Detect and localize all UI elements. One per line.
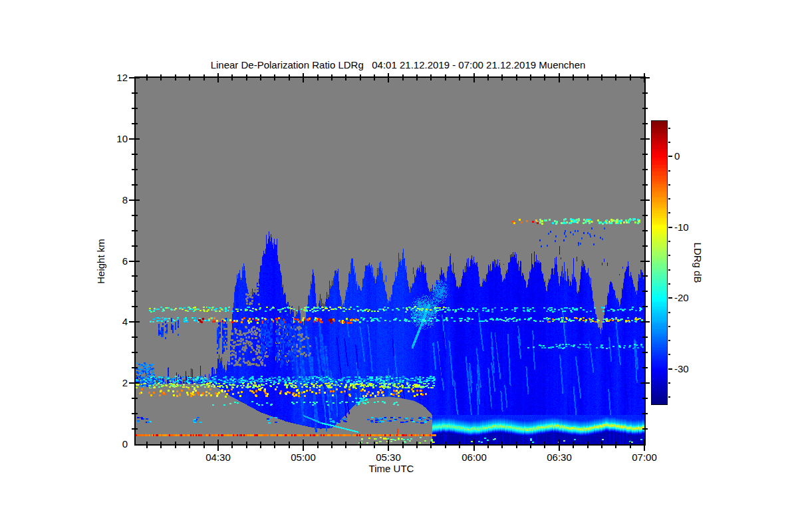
x-tick-label: 04:30 bbox=[195, 452, 241, 464]
x-minor-tick-topout bbox=[615, 74, 616, 76]
x-minor-tick-topout bbox=[260, 74, 261, 76]
x-tick-label: 06:00 bbox=[451, 452, 497, 464]
y-minor-tick-in bbox=[136, 108, 138, 109]
x-minor-tick-topout bbox=[360, 74, 361, 76]
x-major-tick-top bbox=[303, 78, 304, 82]
x-minor-tick-top bbox=[246, 78, 247, 80]
y-minor-tick-r bbox=[646, 352, 648, 353]
y-tick-label: 8 bbox=[80, 194, 128, 206]
y-minor-tick-rin bbox=[642, 123, 644, 124]
x-major-tick bbox=[217, 446, 219, 451]
y-minor-tick-rin bbox=[642, 154, 644, 155]
x-minor-tick-topout bbox=[331, 74, 332, 76]
x-major-tick-in bbox=[303, 440, 304, 444]
x-minor-tick-topout bbox=[345, 74, 346, 76]
colorbar-tick-label: 0 bbox=[674, 150, 705, 162]
y-major-tick-in bbox=[136, 382, 140, 384]
x-minor-tick-top bbox=[274, 78, 275, 80]
y-minor-tick-r bbox=[646, 184, 648, 186]
y-major-tick bbox=[129, 382, 134, 384]
x-tick-label: 05:30 bbox=[365, 452, 412, 464]
y-minor-tick-r bbox=[646, 123, 648, 124]
y-tick-label: 0 bbox=[80, 438, 128, 450]
y-minor-tick bbox=[132, 275, 134, 277]
y-major-tick bbox=[129, 321, 134, 323]
x-minor-tick bbox=[630, 446, 631, 448]
x-minor-tick-in bbox=[146, 442, 148, 444]
x-minor-tick-in bbox=[175, 442, 176, 444]
y-minor-tick bbox=[132, 169, 134, 170]
y-minor-tick-r bbox=[646, 291, 648, 292]
x-minor-tick-in bbox=[615, 442, 616, 444]
y-minor-tick-r bbox=[646, 398, 648, 399]
y-minor-tick-in bbox=[136, 336, 138, 338]
x-minor-tick bbox=[487, 446, 489, 448]
x-minor-tick bbox=[601, 446, 602, 448]
y-minor-tick-in bbox=[136, 169, 138, 170]
x-minor-tick-in bbox=[573, 442, 574, 444]
x-minor-tick-top bbox=[189, 78, 190, 80]
colorbar-minor-tick bbox=[668, 212, 670, 213]
x-minor-tick-topout bbox=[430, 74, 432, 76]
x-major-tick-top bbox=[644, 78, 645, 82]
x-minor-tick-top bbox=[445, 78, 446, 80]
x-minor-tick-top bbox=[487, 78, 489, 80]
x-minor-tick-topout bbox=[601, 74, 602, 76]
x-minor-tick-topout bbox=[402, 74, 404, 76]
x-major-tick-topout bbox=[217, 73, 219, 76]
x-minor-tick-top bbox=[615, 78, 616, 80]
x-minor-tick-topout bbox=[189, 74, 190, 76]
x-major-tick bbox=[388, 446, 389, 451]
y-minor-tick-rin bbox=[642, 428, 644, 430]
x-minor-tick-top bbox=[573, 78, 574, 80]
x-major-tick-top bbox=[388, 78, 389, 82]
x-major-tick-topout bbox=[388, 73, 389, 76]
y-minor-tick-rin bbox=[642, 336, 644, 338]
y-major-tick-r bbox=[646, 77, 650, 78]
y-minor-tick bbox=[132, 336, 134, 338]
x-axis-label: Time UTC bbox=[136, 463, 647, 475]
x-minor-tick-in bbox=[345, 442, 346, 444]
x-minor-tick-top bbox=[501, 78, 503, 80]
y-major-tick-rin bbox=[640, 77, 644, 78]
x-major-tick-in bbox=[217, 440, 219, 444]
y-minor-tick-rin bbox=[642, 108, 644, 109]
y-minor-tick-r bbox=[646, 230, 648, 231]
x-major-tick-topout bbox=[644, 73, 645, 76]
x-minor-tick bbox=[530, 446, 531, 448]
x-major-tick bbox=[303, 446, 304, 451]
y-minor-tick-rin bbox=[642, 169, 644, 170]
x-minor-tick bbox=[231, 446, 233, 448]
colorbar-minor-tick bbox=[668, 382, 670, 384]
y-minor-tick-in bbox=[136, 398, 138, 399]
y-minor-tick bbox=[132, 352, 134, 353]
x-minor-tick bbox=[317, 446, 319, 448]
x-major-tick-top bbox=[559, 78, 560, 82]
x-minor-tick-top bbox=[289, 78, 290, 80]
x-minor-tick-in bbox=[203, 442, 205, 444]
y-major-tick-r bbox=[646, 321, 650, 323]
y-minor-tick bbox=[132, 428, 134, 430]
colorbar-major-tick bbox=[668, 368, 672, 370]
x-minor-tick-in bbox=[501, 442, 503, 444]
y-minor-tick bbox=[132, 245, 134, 247]
y-minor-tick bbox=[132, 123, 134, 124]
x-minor-tick-top bbox=[146, 78, 148, 80]
y-minor-tick-rin bbox=[642, 352, 644, 353]
y-minor-tick-rin bbox=[642, 367, 644, 368]
x-minor-tick bbox=[615, 446, 616, 448]
colorbar-minor-tick bbox=[668, 269, 670, 271]
y-minor-tick bbox=[132, 154, 134, 155]
x-minor-tick-in bbox=[289, 442, 290, 444]
y-major-tick-rin bbox=[640, 138, 644, 140]
y-minor-tick-rin bbox=[642, 413, 644, 414]
y-minor-tick-r bbox=[646, 428, 648, 430]
x-minor-tick bbox=[274, 446, 275, 448]
colorbar-minor-tick bbox=[668, 312, 670, 313]
x-minor-tick-top bbox=[516, 78, 517, 80]
x-minor-tick bbox=[416, 446, 418, 448]
x-major-tick-in bbox=[559, 440, 560, 444]
y-axis-label: Height km bbox=[95, 215, 107, 308]
y-major-tick bbox=[129, 261, 134, 262]
x-minor-tick-top bbox=[317, 78, 319, 80]
